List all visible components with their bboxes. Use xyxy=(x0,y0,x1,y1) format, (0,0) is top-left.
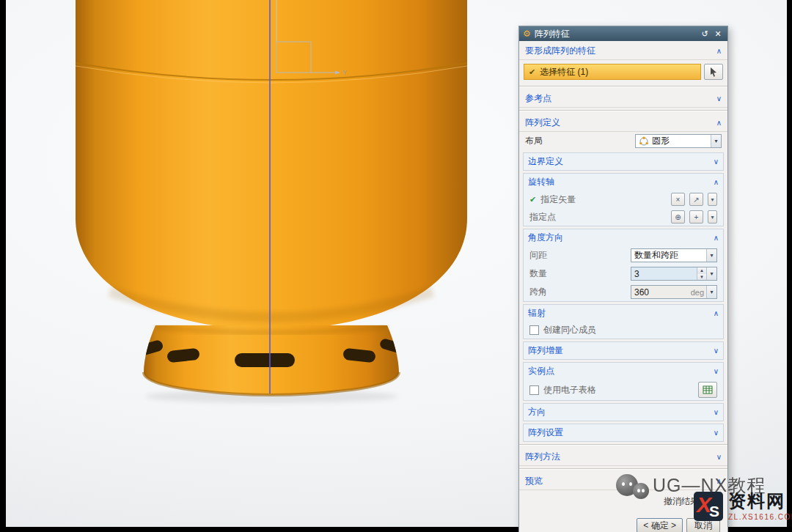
gas-cylinder-model[interactable] xyxy=(76,0,467,395)
count-value: 3 xyxy=(631,267,697,280)
spin-up-icon[interactable]: ▲ xyxy=(697,267,706,274)
specify-point-label: 指定点 xyxy=(529,211,556,223)
chevron-up-icon: ∧ xyxy=(714,178,719,186)
spreadsheet-button[interactable] xyxy=(698,382,717,398)
layout-dropdown[interactable]: 圆形 ▾ xyxy=(635,134,722,148)
count-row: 数量 3 ▲ ▼ ▾ xyxy=(524,265,723,283)
dialog-body: 要形成阵列的特征 ∧ ✔ 选择特征 (1) 参考点 ∨ xyxy=(519,41,727,532)
vector-options-dropdown[interactable]: ▾ xyxy=(708,193,717,206)
radiate-label: 辐射 xyxy=(528,307,546,319)
span-angle-unit: deg xyxy=(691,288,706,297)
count-label: 数量 xyxy=(529,267,547,280)
section-preview-label: 预览 xyxy=(525,475,543,487)
select-feature-label: 选择特征 (1) xyxy=(540,66,588,78)
checkbox-use-spreadsheet[interactable] xyxy=(529,385,539,395)
chevron-down-icon[interactable]: ▾ xyxy=(711,135,721,147)
span-angle-field[interactable]: 360 deg ▾ xyxy=(631,285,717,299)
chevron-down-icon: ∨ xyxy=(716,95,722,103)
chevron-down-icon[interactable]: ▾ xyxy=(706,249,716,262)
span-angle-value: 360 xyxy=(631,287,691,298)
use-spreadsheet-label: 使用电子表格 xyxy=(543,384,596,396)
layout-value: 圆形 xyxy=(652,135,708,147)
specify-point-row: 指定点 ⊕ + ▾ xyxy=(524,208,723,226)
spreadsheet-icon xyxy=(703,385,713,395)
section-features-to-pattern-label: 要形成阵列的特征 xyxy=(525,45,595,57)
group-radiate: 辐射 ∧ 创建同心成员 xyxy=(523,304,724,339)
section-features-to-pattern[interactable]: 要形成阵列的特征 ∧ xyxy=(519,42,727,60)
chevron-up-icon: ∧ xyxy=(716,477,722,485)
subsection-instance-points[interactable]: 实例点 ∨ xyxy=(524,363,723,380)
point-select-button[interactable] xyxy=(704,64,723,80)
subsection-pattern-settings[interactable]: 阵列设置 ∨ xyxy=(524,424,723,441)
chevron-up-icon: ∧ xyxy=(714,309,719,317)
chevron-down-icon[interactable]: ▾ xyxy=(706,267,716,280)
subsection-radiate[interactable]: 辐射 ∧ xyxy=(524,305,723,322)
undo-icon: ↶ xyxy=(708,496,716,507)
subsection-boundary-definition[interactable]: 边界定义 ∨ xyxy=(524,153,723,170)
subsection-orientation[interactable]: 方向 ∨ xyxy=(524,404,723,421)
dialog-titlebar[interactable]: ⚙ 阵列特征 ↺ ✕ xyxy=(519,26,727,41)
group-pattern-increment: 阵列增量 ∨ xyxy=(523,341,724,360)
section-pattern-definition-label: 阵列定义 xyxy=(525,117,560,129)
chevron-down-icon: ∨ xyxy=(716,453,722,461)
circular-layout-icon xyxy=(639,136,649,147)
chevron-down-icon: ∨ xyxy=(714,158,719,166)
section-pattern-method[interactable]: 阵列方法 ∨ xyxy=(519,448,727,466)
boundary-definition-label: 边界定义 xyxy=(528,155,563,168)
select-feature-row: ✔ 选择特征 (1) xyxy=(519,60,727,84)
chevron-down-icon: ∨ xyxy=(714,408,719,416)
point-options-dropdown[interactable]: ▾ xyxy=(708,210,717,223)
pattern-settings-label: 阵列设置 xyxy=(528,426,563,439)
chevron-up-icon: ∧ xyxy=(714,234,719,242)
group-angular-direction: 角度方向 ∧ 间距 数量和跨距 ▾ 数量 3 ▲ xyxy=(523,229,724,302)
instance-points-label: 实例点 xyxy=(528,365,554,377)
divider xyxy=(519,444,727,446)
subsection-angular-direction[interactable]: 角度方向 ∧ xyxy=(524,229,723,246)
layout-label: 布局 xyxy=(525,135,543,147)
section-reference-point-label: 参考点 xyxy=(525,92,551,105)
divider xyxy=(519,468,727,470)
vector-dialog-button[interactable]: ↗ xyxy=(689,193,703,206)
span-angle-label: 跨角 xyxy=(529,286,547,298)
check-icon: ✔ xyxy=(529,67,535,77)
spacing-value: 数量和跨距 xyxy=(634,249,703,262)
subsection-rotation-axis[interactable]: 旋转轴 ∧ xyxy=(524,174,723,191)
chevron-up-icon: ∧ xyxy=(716,119,722,127)
section-preview[interactable]: 预览 ∧ xyxy=(519,472,727,490)
concentric-members-row: 创建同心成员 xyxy=(524,322,723,339)
layout-row: 布局 圆形 ▾ xyxy=(519,132,727,150)
reverse-vector-button[interactable]: × xyxy=(671,193,685,206)
dialog-reset-button[interactable]: ↺ xyxy=(699,29,711,39)
undo-result-button[interactable]: ↶ xyxy=(703,493,722,509)
chevron-down-icon[interactable]: ▾ xyxy=(706,286,716,298)
check-icon: ✔ xyxy=(529,195,536,204)
checkbox-create-concentric[interactable] xyxy=(529,325,539,335)
count-field[interactable]: 3 ▲ ▼ ▾ xyxy=(631,267,717,281)
point-dialog-button[interactable]: ⊕ xyxy=(671,210,685,223)
inferred-point-button[interactable]: + xyxy=(689,210,703,223)
chevron-up-icon: ∧ xyxy=(716,47,722,55)
cylinder-body[interactable] xyxy=(76,0,467,330)
ok-button[interactable]: < 确定 > xyxy=(637,518,683,532)
spin-down-icon[interactable]: ▼ xyxy=(697,274,706,281)
select-feature-field[interactable]: ✔ 选择特征 (1) xyxy=(524,64,701,80)
section-pattern-definition[interactable]: 阵列定义 ∧ xyxy=(519,114,727,132)
span-angle-row: 跨角 360 deg ▾ xyxy=(524,283,723,301)
spacing-dropdown[interactable]: 数量和跨距 ▾ xyxy=(631,248,717,262)
chevron-down-icon: ∨ xyxy=(714,347,719,355)
undo-result-label: 撤消结果 xyxy=(664,495,699,508)
subsection-pattern-increment[interactable]: 阵列增量 ∨ xyxy=(524,342,723,359)
chevron-down-icon: ∨ xyxy=(714,367,719,375)
chevron-down-icon: ∨ xyxy=(714,429,719,437)
dialog-close-button[interactable]: ✕ xyxy=(712,29,724,39)
screen: Y ⚙ 阵列特征 ↺ ✕ 要形成阵列的特征 ∧ ✔ 选择特征 (1) xyxy=(0,0,792,532)
gear-icon: ⚙ xyxy=(523,29,531,39)
divider xyxy=(519,86,727,87)
count-spinner[interactable]: ▲ ▼ xyxy=(697,267,706,280)
section-reference-point[interactable]: 参考点 ∨ xyxy=(519,89,727,108)
specify-vector-label: 指定矢量 xyxy=(540,193,576,206)
cancel-button[interactable]: 取消 xyxy=(686,518,720,532)
rotation-axis-label: 旋转轴 xyxy=(528,176,554,188)
spacing-row: 间距 数量和跨距 ▾ xyxy=(524,246,723,265)
group-rotation-axis: 旋转轴 ∧ ✔ 指定矢量 × ↗ ▾ 指定点 ⊕ + ▾ xyxy=(523,173,724,226)
